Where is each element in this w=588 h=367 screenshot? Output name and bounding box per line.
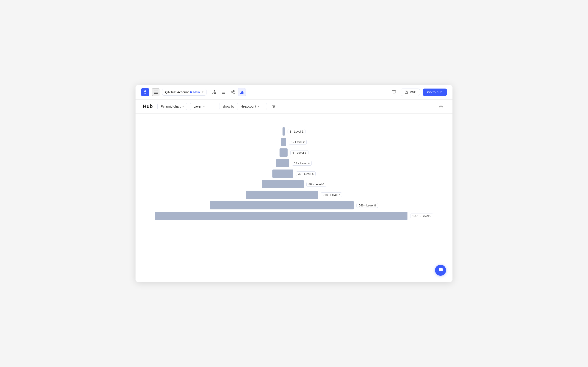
svg-rect-4 <box>214 93 215 94</box>
metric-chevron-icon: ▾ <box>258 105 259 108</box>
group-by-dropdown[interactable]: Layer ▾ <box>190 103 220 110</box>
settings-icon-btn[interactable] <box>437 102 445 110</box>
group-by-chevron-icon: ▾ <box>203 105 205 108</box>
pyramid-chart: 1 - Level 13 - Level 26 - Level 314 - Le… <box>136 119 452 225</box>
account-chevron-icon: ▾ <box>202 91 204 94</box>
svg-rect-23 <box>392 91 396 93</box>
svg-rect-20 <box>241 92 242 94</box>
analytics-nav-btn[interactable] <box>229 88 237 96</box>
metric-dropdown[interactable]: Headcount ▾ <box>237 103 267 110</box>
go-to-hub-button[interactable]: Go to hub <box>423 89 447 96</box>
navbar-right: .PNG Go to hub <box>390 88 447 96</box>
pyramid-row: 88 - Level 6 <box>136 180 452 188</box>
connector-line <box>294 210 294 212</box>
pyramid-bar-label: 1091 - Level 9 <box>410 214 433 218</box>
pyramid-bar[interactable] <box>279 148 288 157</box>
pyramid-bar-label: 88 - Level 6 <box>306 182 326 187</box>
pyramid-row: 1091 - Level 9 <box>136 212 452 220</box>
svg-point-29 <box>440 106 442 107</box>
svg-point-16 <box>233 93 234 94</box>
connector-line <box>294 178 294 180</box>
connector-line-top <box>294 123 294 127</box>
svg-point-14 <box>231 92 232 93</box>
bar-chart-nav-btn[interactable] <box>238 88 246 96</box>
svg-point-15 <box>233 90 234 92</box>
connector-line <box>294 168 294 169</box>
svg-rect-12 <box>222 92 225 92</box>
pyramid-bar[interactable] <box>283 127 285 135</box>
connector-line <box>294 157 294 159</box>
navbar: QA Test Account Main ▾ <box>136 85 452 100</box>
filter-icon-btn[interactable] <box>270 102 278 110</box>
svg-rect-22 <box>243 92 244 94</box>
present-icon-btn[interactable] <box>390 88 398 96</box>
pyramid-row: 6 - Level 3 <box>136 148 452 157</box>
nav-icons <box>210 88 246 96</box>
svg-rect-3 <box>212 93 213 94</box>
pyramid-bar[interactable] <box>281 138 286 146</box>
pyramid-bar[interactable] <box>210 201 354 209</box>
connector-line <box>294 189 294 191</box>
account-selector[interactable]: QA Test Account Main ▾ <box>162 89 207 96</box>
logo-icon[interactable] <box>141 88 149 96</box>
pyramid-bar-label: 33 - Level 5 <box>296 171 316 176</box>
pyramid-row: 546 - Level 8 <box>136 201 452 209</box>
hub-toolbar: Hub Pyramid chart ▾ Layer ▾ show by Head… <box>136 100 452 114</box>
pyramid-bar-label: 218 - Level 7 <box>321 192 342 197</box>
connector-line <box>294 199 294 201</box>
svg-rect-13 <box>222 93 225 94</box>
pyramid-bar-label: 1 - Level 1 <box>288 129 306 134</box>
pyramid-row: 3 - Level 2 <box>136 138 452 146</box>
svg-line-17 <box>232 91 233 92</box>
branch-name: Main <box>193 90 199 94</box>
svg-rect-2 <box>214 90 215 91</box>
svg-rect-11 <box>222 91 225 91</box>
svg-rect-21 <box>242 91 243 94</box>
pyramid-bar-label: 14 - Level 4 <box>292 161 312 166</box>
chart-type-label: Pyramid chart <box>161 105 181 108</box>
pyramid-bar[interactable] <box>246 191 318 199</box>
pyramid-bar[interactable] <box>276 159 289 167</box>
chart-area: 1 - Level 13 - Level 26 - Level 314 - Le… <box>136 114 452 282</box>
metric-label: Headcount <box>241 105 256 108</box>
svg-line-18 <box>232 92 233 93</box>
chart-type-dropdown[interactable]: Pyramid chart ▾ <box>157 103 187 110</box>
pyramid-row: 14 - Level 4 <box>136 159 452 167</box>
svg-rect-19 <box>240 93 241 94</box>
svg-point-1 <box>145 93 146 94</box>
pyramid-bar[interactable] <box>272 169 293 178</box>
png-label: .PNG <box>409 90 416 94</box>
connector-line <box>294 136 294 138</box>
pyramid-bar-label: 3 - Level 2 <box>289 140 307 144</box>
pyramid-bar-label: 546 - Level 8 <box>356 203 378 208</box>
chart-type-chevron-icon: ▾ <box>182 105 184 108</box>
svg-point-0 <box>144 90 146 92</box>
hub-title: Hub <box>143 103 153 109</box>
png-export-btn[interactable]: .PNG <box>401 89 420 96</box>
pyramid-row: 218 - Level 7 <box>136 191 452 199</box>
pyramid-row: 1 - Level 1 <box>136 127 452 135</box>
show-by-label: show by <box>223 105 234 108</box>
menu-icon[interactable] <box>152 89 159 96</box>
pyramid-row: 33 - Level 5 <box>136 169 452 178</box>
account-name: QA Test Account <box>165 90 189 94</box>
branch-dot <box>190 91 192 93</box>
svg-rect-5 <box>215 93 216 94</box>
chat-fab-button[interactable] <box>435 265 446 276</box>
org-chart-nav-btn[interactable] <box>210 88 218 96</box>
pyramid-bar[interactable] <box>262 180 304 188</box>
list-nav-btn[interactable] <box>219 88 228 96</box>
group-by-label: Layer <box>193 105 201 108</box>
pyramid-bar[interactable] <box>155 212 407 220</box>
connector-line <box>294 147 294 148</box>
pyramid-bar-label: 6 - Level 3 <box>290 150 309 155</box>
